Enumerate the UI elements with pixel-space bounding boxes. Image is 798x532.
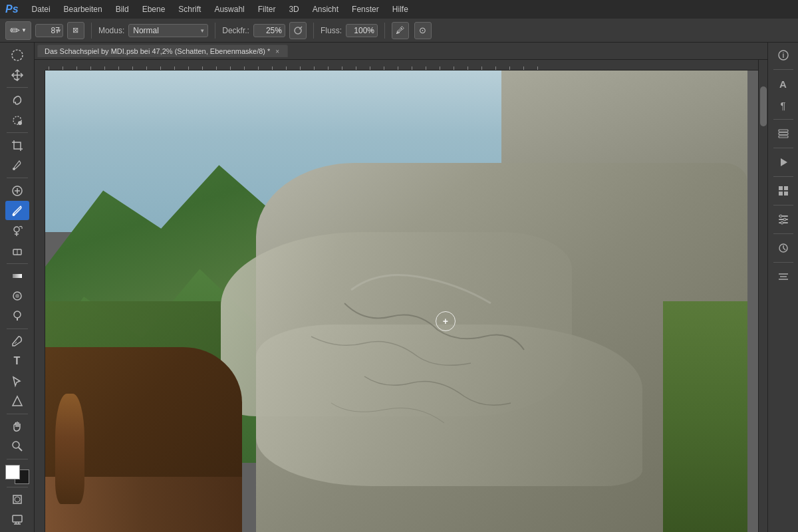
menu-ansicht[interactable]: Ansicht xyxy=(307,3,344,15)
path-select-tool-btn[interactable] xyxy=(5,372,29,391)
svg-point-13 xyxy=(15,294,19,298)
svg-rect-27 xyxy=(779,130,788,132)
standard-mode-btn[interactable] xyxy=(5,490,29,509)
brush-dropdown-arrow: ▼ xyxy=(21,27,27,33)
svg-point-20 xyxy=(15,497,20,502)
ruler-tick xyxy=(356,66,356,70)
hand-icon xyxy=(11,420,24,433)
history-icon xyxy=(777,242,789,254)
layers-panel-btn[interactable] xyxy=(771,124,795,144)
brush-options-group: ✏ ▼ 87 ▼ ⊠ xyxy=(5,21,84,40)
svg-rect-21 xyxy=(13,515,22,522)
type-tool-btn[interactable]: T xyxy=(5,352,29,371)
menu-bild[interactable]: Bild xyxy=(110,3,134,15)
menu-schrift[interactable]: Schrift xyxy=(173,3,206,15)
toolbar-sep-6 xyxy=(7,414,28,414)
blur-tool-btn[interactable] xyxy=(5,286,29,305)
tab-close-btn[interactable]: × xyxy=(274,48,281,55)
ruler-tick xyxy=(426,66,426,70)
zoom-tool-btn[interactable] xyxy=(5,437,29,456)
ruler-tick xyxy=(160,66,161,70)
play-action-btn[interactable] xyxy=(771,152,795,172)
menu-hilfe[interactable]: Hilfe xyxy=(387,3,414,15)
standard-mode-icon xyxy=(11,493,24,506)
heal-icon xyxy=(11,184,24,198)
ps-logo: Ps xyxy=(5,3,19,15)
airbrush-btn[interactable] xyxy=(289,22,307,39)
ruler-tick xyxy=(440,66,440,70)
tab-bar: Das Schachspiel by MDI.psb bei 47,2% (Sc… xyxy=(35,43,767,60)
right-sep-3 xyxy=(773,148,793,148)
smooth-btn[interactable]: 🖉 xyxy=(392,22,409,39)
ruler-tick xyxy=(495,66,496,70)
quick-select-tool-btn[interactable] xyxy=(5,110,29,130)
menu-fenster[interactable]: Fenster xyxy=(346,3,384,15)
adjustments-panel-btn[interactable] xyxy=(771,209,795,229)
history-panel-btn[interactable] xyxy=(771,238,795,258)
brush-tool-btn[interactable] xyxy=(5,201,29,220)
symmetry-btn[interactable]: ⊙ xyxy=(414,22,432,39)
menu-3d[interactable]: 3D xyxy=(283,3,304,15)
align-distribute-btn[interactable] xyxy=(771,267,795,287)
menu-auswahl[interactable]: Auswahl xyxy=(209,3,249,15)
brush-mode-icon[interactable]: ⊠ xyxy=(67,22,84,39)
options-bar: ✏ ▼ 87 ▼ ⊠ Modus: Normal Multiplizieren … xyxy=(0,19,798,43)
airbrush-icon xyxy=(293,25,303,36)
crop-tool-btn[interactable] xyxy=(5,136,29,155)
eyedropper-tool-btn[interactable] xyxy=(5,156,29,175)
heal-tool-btn[interactable] xyxy=(5,181,29,200)
document-canvas[interactable] xyxy=(45,70,747,532)
lasso-tool-btn[interactable] xyxy=(5,90,29,110)
svg-line-16 xyxy=(15,342,17,344)
svg-rect-29 xyxy=(779,136,788,138)
screen-mode-btn[interactable] xyxy=(5,510,29,529)
fluss-input[interactable]: 100% xyxy=(346,24,378,37)
char-panel-btn[interactable]: A xyxy=(771,74,795,94)
gradient-tool-btn[interactable] xyxy=(5,266,29,285)
pen-tool-btn[interactable] xyxy=(5,331,29,350)
type-icon: T xyxy=(14,355,21,367)
svg-point-2 xyxy=(12,50,23,61)
color-swatches[interactable] xyxy=(5,465,29,484)
fluss-label: Fluss: xyxy=(321,26,342,35)
toolbar-sep-5 xyxy=(7,329,28,329)
svg-point-4 xyxy=(18,121,22,125)
svg-rect-32 xyxy=(784,186,788,190)
menu-filter[interactable]: Filter xyxy=(253,3,281,15)
properties-panel-btn[interactable]: i xyxy=(771,45,795,65)
menu-bearbeiten[interactable]: Bearbeiten xyxy=(59,3,108,15)
vertical-scrollbar[interactable] xyxy=(758,60,767,532)
deckfarbe-input[interactable]: 25% xyxy=(253,24,285,37)
menu-ebene[interactable]: Ebene xyxy=(137,3,171,15)
document-tab[interactable]: Das Schachspiel by MDI.psb bei 47,2% (Sc… xyxy=(37,45,288,57)
foreground-color-swatch[interactable] xyxy=(5,465,20,479)
shape-tool-btn[interactable] xyxy=(5,392,29,411)
swatches-panel-btn[interactable] xyxy=(771,181,795,201)
para-icon: ¶ xyxy=(780,100,785,111)
moss-right-layer xyxy=(663,301,747,532)
modus-dropdown[interactable]: Normal Multiplizieren Abwedeln xyxy=(128,24,208,37)
para-panel-btn[interactable]: ¶ xyxy=(771,95,795,115)
move-tool-btn[interactable] xyxy=(5,65,29,84)
brush-preset-picker[interactable]: ✏ ▼ xyxy=(5,21,31,40)
ellipse-marquee-tool-btn[interactable] xyxy=(5,45,29,65)
canvas-area[interactable] xyxy=(35,60,767,532)
ruler-tick xyxy=(370,66,370,70)
ruler-tick xyxy=(76,66,77,70)
brush-icon: ✏ xyxy=(10,23,20,38)
separator-1 xyxy=(91,23,92,39)
hand-tool-btn[interactable] xyxy=(5,417,29,436)
menu-bar: Ps Datei Bearbeiten Bild Ebene Schrift A… xyxy=(0,0,798,19)
dodge-tool-btn[interactable] xyxy=(5,307,29,326)
menu-datei[interactable]: Datei xyxy=(27,3,56,15)
brush-size-dropdown-btn[interactable]: ▼ xyxy=(57,27,62,33)
right-sep-6 xyxy=(773,233,793,234)
eraser-tool-btn[interactable] xyxy=(5,241,29,260)
clone-tool-btn[interactable] xyxy=(5,221,29,240)
ruler-tick xyxy=(49,66,49,70)
lasso-icon xyxy=(11,94,24,107)
ruler-tick xyxy=(481,66,482,70)
ruler-tick xyxy=(467,66,468,70)
scrollbar-thumb[interactable] xyxy=(760,86,767,126)
right-sep-5 xyxy=(773,205,793,205)
